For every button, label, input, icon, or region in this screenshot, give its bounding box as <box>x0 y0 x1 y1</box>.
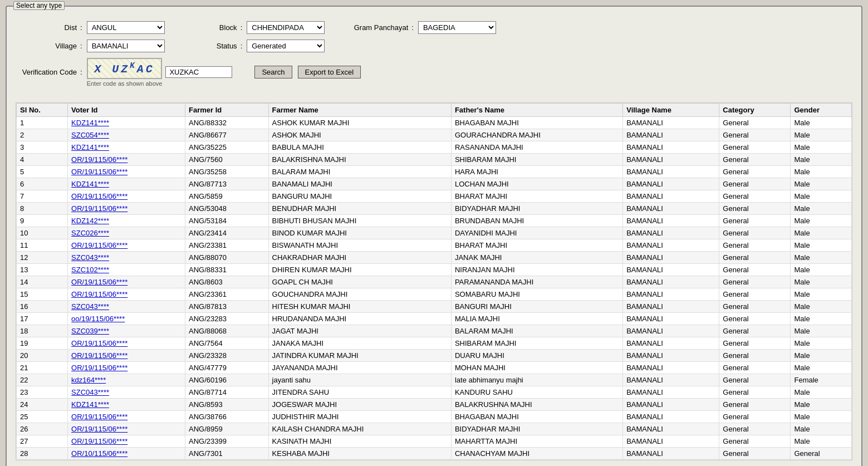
table-cell: BAMANALI <box>623 116 719 129</box>
table-cell: General <box>719 312 791 325</box>
voter-id-link[interactable]: SZC043**** <box>71 302 109 311</box>
voter-id-link[interactable]: OR/19/115/06**** <box>71 413 127 421</box>
voter-id-link[interactable]: KDZ142**** <box>68 214 185 227</box>
voter-id-link[interactable]: KDZ141**** <box>71 143 109 151</box>
voter-id-link[interactable]: kdz164**** <box>71 376 106 384</box>
table-cell: 6 <box>17 178 68 190</box>
voter-id-link[interactable]: SZC026**** <box>71 229 109 237</box>
table-cell: General <box>719 227 791 239</box>
gram-panchayat-select[interactable]: BAGEDIA <box>418 21 496 34</box>
voter-id-link[interactable]: OR/10/115/06**** <box>71 449 127 458</box>
voter-id-link[interactable]: SZC102**** <box>71 266 109 274</box>
search-button[interactable]: Search <box>254 66 292 79</box>
table-row: 12SZC043****ANG/88070CHAKRADHAR MAJHIJAN… <box>17 251 852 263</box>
voter-id-link[interactable]: SZC043**** <box>71 253 109 262</box>
voter-id-link[interactable]: SZC043**** <box>68 300 185 312</box>
table-cell: BAMANALI <box>623 165 719 178</box>
table-row: 18SZC039****ANG/88068JAGAT MAJHIBALARAM … <box>17 325 852 337</box>
voter-id-link[interactable]: OR/19/115/06**** <box>68 202 185 214</box>
table-cell: Male <box>791 116 852 129</box>
table-cell: Male <box>791 361 852 374</box>
verification-group: Verification Code : X UZKAC Enter code a… <box>16 58 232 87</box>
voter-id-link[interactable]: OR/19/115/06**** <box>68 361 185 374</box>
voter-id-link[interactable]: SZC054**** <box>71 131 109 139</box>
voter-id-link[interactable]: OR/19/115/06**** <box>68 153 185 165</box>
table-cell: ASHOK MAJHI <box>268 129 451 141</box>
captcha-input[interactable] <box>165 66 232 78</box>
table-cell: BAMANALI <box>623 361 719 374</box>
table-cell: Female <box>791 374 852 386</box>
voter-id-link[interactable]: OR/19/115/06**** <box>71 192 127 200</box>
table-cell: 15 <box>17 288 68 300</box>
table-row: 4OR/19/115/06****ANG/7560BALAKRISHNA MAJ… <box>17 153 852 165</box>
voter-id-link[interactable]: KDZ141**** <box>68 178 185 190</box>
status-select[interactable]: Generated <box>247 40 325 52</box>
dist-group: Dist : ANGUL <box>16 21 165 34</box>
voter-id-link[interactable]: OR/19/115/06**** <box>71 351 127 360</box>
voter-id-link[interactable]: SZC039**** <box>68 325 185 337</box>
table-cell: General <box>719 337 791 349</box>
voter-id-link[interactable]: OR/19/115/06**** <box>71 204 127 213</box>
voter-id-link[interactable]: OR/19/115/06**** <box>68 435 185 447</box>
table-cell: 18 <box>17 325 68 337</box>
voter-id-link[interactable]: SZC043**** <box>68 251 185 263</box>
voter-id-link[interactable]: OR/19/115/06**** <box>68 276 185 288</box>
block-select[interactable]: CHHENDIPADA <box>247 21 325 34</box>
table-cell: ANG/88332 <box>185 116 269 129</box>
table-cell: General <box>719 374 791 386</box>
table-cell: JATINDRA KUMAR MAJHI <box>268 349 451 361</box>
voter-id-link[interactable]: oo/19/115/06**** <box>68 312 185 325</box>
voter-id-link[interactable]: OR/19/115/06**** <box>68 410 185 423</box>
voter-id-link[interactable]: OR/19/115/06**** <box>71 364 127 372</box>
table-cell: ANG/5859 <box>185 190 269 202</box>
voter-id-link[interactable]: OR/19/115/06**** <box>68 239 185 251</box>
voter-id-link[interactable]: OR/19/115/06**** <box>71 437 127 445</box>
voter-id-link[interactable]: OR/19/115/06**** <box>68 190 185 202</box>
voter-id-link[interactable]: OR/19/115/06**** <box>71 425 127 433</box>
voter-id-link[interactable]: OR/19/115/06**** <box>68 423 185 435</box>
voter-id-link[interactable]: SZC054**** <box>68 129 185 141</box>
table-cell: BABULA MAJHI <box>268 141 451 153</box>
voter-id-link[interactable]: OR/19/115/06**** <box>68 165 185 178</box>
voter-id-link[interactable]: KDZ141**** <box>71 119 109 127</box>
voter-id-link[interactable]: KDZ141**** <box>71 180 109 188</box>
voter-id-link[interactable]: KDZ142**** <box>71 217 109 225</box>
voter-id-link[interactable]: oo/19/115/06**** <box>71 315 125 323</box>
table-cell: ANG/86677 <box>185 129 269 141</box>
voter-id-link[interactable]: OR/19/115/06**** <box>71 168 127 176</box>
table-cell: BAMANALI <box>623 386 719 398</box>
voter-id-link[interactable]: kdz164**** <box>68 374 185 386</box>
dist-select[interactable]: ANGUL <box>87 21 165 34</box>
table-cell: General <box>719 202 791 214</box>
voter-id-link[interactable]: SZC043**** <box>68 386 185 398</box>
voter-id-link[interactable]: KDZ141**** <box>68 398 185 410</box>
table-cell: BAMANALI <box>623 276 719 288</box>
table-cell: ANG/60196 <box>185 374 269 386</box>
voter-id-link[interactable]: OR/10/115/06**** <box>68 447 185 459</box>
voter-id-link[interactable]: SZC102**** <box>68 263 185 276</box>
voter-id-link[interactable]: OR/19/115/06**** <box>71 339 127 347</box>
table-cell: Male <box>791 300 852 312</box>
voter-id-link[interactable]: SZC039**** <box>71 327 109 335</box>
village-select[interactable]: BAMANALI <box>87 40 165 52</box>
table-cell: General <box>719 251 791 263</box>
voter-id-link[interactable]: OR/19/115/06**** <box>71 155 127 164</box>
voter-id-link[interactable]: SZC043**** <box>71 388 109 396</box>
voter-id-link[interactable]: OR/19/115/06**** <box>68 337 185 349</box>
table-cell: BAMANALI <box>623 349 719 361</box>
voter-id-link[interactable]: KDZ141**** <box>71 400 109 409</box>
voter-id-link[interactable]: OR/19/115/06**** <box>71 290 127 298</box>
table-row: 8OR/19/115/06****ANG/53048BENUDHAR MAJHI… <box>17 202 852 214</box>
main-container: Select any type Dist : ANGUL Block : CHH… <box>6 6 862 466</box>
voter-id-link[interactable]: OR/19/115/06**** <box>68 349 185 361</box>
table-row: 24KDZ141****ANG/8593JOGESWAR MAJHIBALAKR… <box>17 398 852 410</box>
voter-id-link[interactable]: SZC026**** <box>68 227 185 239</box>
table-cell: General <box>719 153 791 165</box>
export-button[interactable]: Export to Excel <box>298 66 361 79</box>
voter-id-link[interactable]: OR/19/115/06**** <box>71 241 127 249</box>
voter-id-link[interactable]: OR/19/115/06**** <box>68 288 185 300</box>
voter-id-link[interactable]: KDZ141**** <box>68 141 185 153</box>
voter-id-link[interactable]: KDZ141**** <box>68 116 185 129</box>
voter-id-link[interactable]: OR/19/115/06**** <box>71 278 127 286</box>
table-cell: KESHABA MAJHI <box>268 447 451 459</box>
